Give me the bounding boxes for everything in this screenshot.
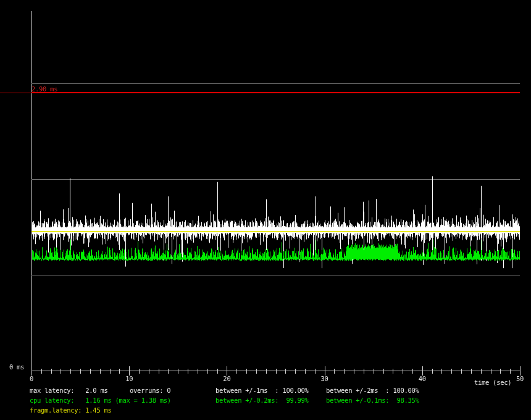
between-01ms-stat: between +/-0.1ms: 98.35%	[326, 395, 419, 405]
x-tick-label: 50	[512, 374, 527, 384]
stats-mid-column: between +/-1ms : 100.00% between +/-0.2m…	[215, 385, 309, 405]
x-tick-label: 30	[317, 374, 332, 384]
between-1ms-stat: between +/-1ms : 100.00%	[215, 385, 309, 395]
latency-test-plot-window: 2.90 ms 0 ms time (sec) 01020304050 max …	[0, 0, 531, 420]
fragment-latency-line	[31, 231, 520, 232]
between-2ms-stat: between +/-2ms : 100.00%	[326, 385, 419, 395]
x-axis-title: time (sec)	[474, 377, 511, 387]
x-tick-label: 40	[415, 374, 430, 384]
y-zero-label: 0 ms	[9, 362, 24, 372]
between-02ms-stat: between +/-0.2ms: 99.99%	[215, 395, 309, 405]
x-tick-label: 20	[219, 374, 234, 384]
threshold-value-label: 2.90 ms	[31, 84, 57, 94]
overruns-stat: overruns: 0	[130, 385, 170, 395]
fragm-latency-stat: fragm.latency: 1.45 ms	[30, 405, 171, 415]
cpu-latency-stat: cpu latency: 1.16 ms (max = 1.38 ms)	[30, 395, 171, 405]
latency-noise-canvas	[0, 0, 531, 420]
x-tick-label: 10	[122, 374, 136, 384]
stats-right-column: between +/-2ms : 100.00% between +/-0.1m…	[326, 385, 419, 405]
x-tick-label: 0	[24, 374, 39, 384]
